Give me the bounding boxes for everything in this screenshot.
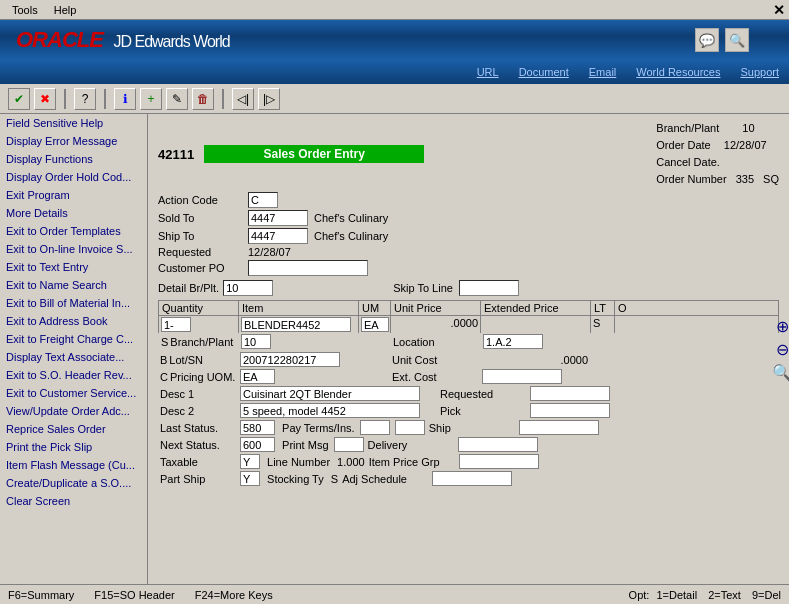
sidebar-item-display-text-assoc[interactable]: Display Text Associate... [0,348,147,366]
branch-plant-detail-input[interactable] [241,334,271,349]
nav-support[interactable]: Support [740,66,779,78]
skip-to-line-input[interactable] [459,280,519,296]
window-close-btn[interactable]: ✕ [773,2,785,18]
chat-icon[interactable]: 💬 [695,28,719,52]
pay-terms-input[interactable] [360,420,390,435]
sidebar-item-more-details[interactable]: More Details [0,204,147,222]
row-um [359,316,391,333]
help-button[interactable]: ? [74,88,96,110]
branch-plant-row: Branch/Plant 10 [656,120,779,137]
sidebar: Field Sensitive Help Display Error Messa… [0,114,148,584]
ship-to-num-input[interactable] [248,228,308,244]
scroll-search-icon[interactable]: 🔍 [772,363,789,382]
sidebar-item-exit-freight[interactable]: Exit to Freight Charge C... [0,330,147,348]
sub-label-lot-sn: Lot/SN [169,354,203,366]
item-input[interactable] [241,317,351,332]
item-price-grp-input[interactable] [459,454,539,469]
prev-button[interactable]: ◁| [232,88,254,110]
sidebar-item-reprice-sales-order[interactable]: Reprice Sales Order [0,420,147,438]
part-ship-input[interactable] [240,471,260,486]
sidebar-item-exit-order-templates[interactable]: Exit to Order Templates [0,222,147,240]
adj-schedule-input[interactable] [432,471,512,486]
pay-terms-input2[interactable] [395,420,425,435]
desc2-input[interactable] [240,403,420,418]
nav-document[interactable]: Document [519,66,569,78]
content-area: 42111 Sales Order Entry Branch/Plant 10 … [148,114,789,584]
sidebar-item-clear-screen[interactable]: Clear Screen [0,492,147,510]
print-msg-input[interactable] [334,437,364,452]
ok-button[interactable]: ✔ [8,88,30,110]
toolbar-sep-2 [104,89,106,109]
sidebar-item-display-error-message[interactable]: Display Error Message [0,132,147,150]
last-status-input[interactable] [240,420,275,435]
delete-button[interactable]: 🗑 [192,88,214,110]
sidebar-item-exit-bom[interactable]: Exit to Bill of Material In... [0,294,147,312]
nav-world-resources[interactable]: World Resources [636,66,720,78]
sub-label-branch-plant: Branch/Plant [170,336,233,348]
sidebar-item-print-pick-slip[interactable]: Print the Pick Slip [0,438,147,456]
data-table-area: Quantity Item UM Unit Price Extended Pri… [158,300,779,487]
nav-bar: URL Document Email World Resources Suppo… [0,60,789,84]
customer-po-label: Customer PO [158,262,248,274]
scroll-mid-icon[interactable]: ⊖ [776,340,789,359]
location-input[interactable] [483,334,543,349]
sold-to-row: Sold To Chef's Culinary [158,210,779,226]
sidebar-item-view-update-order[interactable]: View/Update Order Adc... [0,402,147,420]
sub-row-c-extcost-label: Ext. Cost [390,371,480,383]
desc1-input[interactable] [240,386,420,401]
um-input[interactable] [361,317,389,332]
requested-detail-input[interactable] [530,386,610,401]
sub-label-last-status: Last Status. [158,422,238,434]
cancel-button[interactable]: ✖ [34,88,56,110]
sidebar-item-exit-address-book[interactable]: Exit to Address Book [0,312,147,330]
order-number-label: Order Number [656,173,726,185]
nav-url[interactable]: URL [477,66,499,78]
sidebar-item-exit-so-header[interactable]: Exit to S.O. Header Rev... [0,366,147,384]
ext-cost-input[interactable] [482,369,562,384]
ship-input[interactable] [519,420,599,435]
add-button[interactable]: + [140,88,162,110]
sub-row-desc1-req-value [528,386,638,401]
sidebar-item-exit-online-invoice[interactable]: Exit to On-line Invoice S... [0,240,147,258]
sub-row-c-mid [238,369,390,384]
customer-po-input[interactable] [248,260,368,276]
sub-row-s-mid [239,334,359,349]
main-layout: Field Sensitive Help Display Error Messa… [0,114,789,584]
sold-to-num-input[interactable] [248,210,308,226]
next-button[interactable]: |▷ [258,88,280,110]
status-bar: F6=Summary F15=SO Header F24=More Keys O… [0,584,789,604]
col-um: UM [359,301,391,315]
menu-help[interactable]: Help [46,2,85,18]
pick-input[interactable] [530,403,610,418]
search-icon[interactable]: 🔍 [725,28,749,52]
sidebar-item-display-order-hold[interactable]: Display Order Hold Cod... [0,168,147,186]
qty-input[interactable] [161,317,191,332]
sidebar-item-item-flash[interactable]: Item Flash Message (Cu... [0,456,147,474]
sidebar-item-exit-name-search[interactable]: Exit to Name Search [0,276,147,294]
sidebar-item-display-functions[interactable]: Display Functions [0,150,147,168]
sidebar-item-create-duplicate-so[interactable]: Create/Duplicate a S.O.... [0,474,147,492]
menu-bar: Tools Help ✕ [0,0,789,20]
detail-br-plt-input[interactable] [223,280,273,296]
doc-number: 42111 [158,147,194,162]
sidebar-item-exit-program[interactable]: Exit Program [0,186,147,204]
pricing-uom-input[interactable] [240,369,275,384]
menu-tools[interactable]: Tools [4,2,46,18]
lot-sn-input[interactable] [240,352,340,367]
action-code-input[interactable] [248,192,278,208]
next-status-input[interactable] [240,437,275,452]
delivery-input[interactable] [458,437,538,452]
scroll-up-icon[interactable]: ⊕ [776,317,789,336]
sold-to-label: Sold To [158,212,248,224]
sidebar-item-exit-text-entry[interactable]: Exit to Text Entry [0,258,147,276]
sub-row-next-status: Next Status. Print Msg Delivery [158,436,779,453]
sidebar-item-field-sensitive-help[interactable]: Field Sensitive Help [0,114,147,132]
sub-label-pricing-uom: Pricing UOM. [170,371,235,383]
info-button[interactable]: ℹ [114,88,136,110]
sidebar-item-exit-customer-service[interactable]: Exit to Customer Service... [0,384,147,402]
nav-email[interactable]: Email [589,66,617,78]
ship-to-label: Ship To [158,230,248,242]
edit-button[interactable]: ✎ [166,88,188,110]
customer-po-row: Customer PO [158,260,779,276]
taxable-input[interactable] [240,454,260,469]
